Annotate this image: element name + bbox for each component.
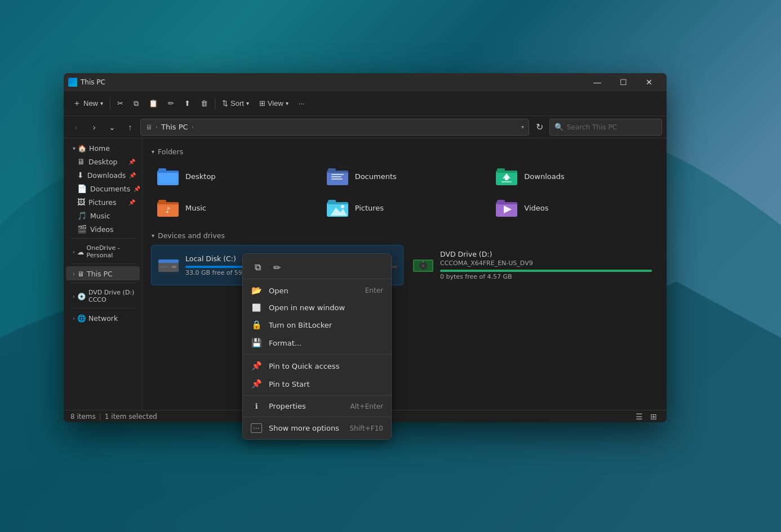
folder-documents-name: Documents (355, 172, 397, 181)
plus-icon: ＋ (73, 98, 81, 109)
trash-icon: 🗑 (201, 99, 208, 108)
sidebar-divider-3 (70, 283, 135, 283)
sort-button[interactable]: ⇅ Sort ▾ (218, 95, 254, 113)
sidebar-onedrive[interactable]: › ☁ OneDrive - Personal (66, 241, 140, 261)
svg-rect-23 (328, 200, 336, 203)
folder-music[interactable]: ♪ Music (152, 193, 319, 222)
folder-music-name: Music (185, 204, 206, 212)
folder-downloads[interactable]: Downloads (490, 162, 658, 191)
up-button[interactable]: ↑ (122, 119, 138, 135)
ctx-rename-button[interactable]: ✏ (268, 258, 286, 276)
address-dropdown-icon[interactable]: ▾ (521, 124, 524, 130)
more-button[interactable]: ··· (294, 95, 309, 113)
sidebar-item-pictures[interactable]: 🖼 Pictures 📌 (66, 195, 140, 209)
svg-rect-8 (331, 174, 344, 175)
status-separator: | (99, 413, 101, 421)
ctx-show-more-shortcut: Shift+F10 (349, 424, 383, 432)
forward-button[interactable]: › (86, 119, 102, 135)
maximize-button[interactable]: ☐ (610, 73, 636, 91)
folder-videos[interactable]: Videos (490, 193, 658, 222)
thispc-icon: 🖥 (77, 270, 85, 278)
onedrive-chevron-icon: › (73, 249, 75, 255)
svg-rect-9 (331, 176, 341, 177)
more-icon: ··· (299, 99, 305, 108)
device-dvd[interactable]: DVD Drive (D:) CCCOMA_X64FRE_EN-US_DV9 0… (406, 245, 658, 285)
home-label: Home (89, 144, 110, 153)
devices-section-header[interactable]: ▾ Devices and drives (152, 231, 658, 240)
sidebar-dvd[interactable]: › 💿 DVD Drive (D:) CCCO (66, 285, 140, 306)
address-folder-icon: 🖥 (145, 123, 152, 131)
main-content: ▾ Folders Desktop (143, 138, 667, 410)
paste-button[interactable]: 📋 (144, 95, 162, 113)
ctx-bitlocker-label: Turn on BitLocker (269, 321, 383, 329)
svg-rect-19 (158, 200, 166, 203)
videos-icon: 🎬 (77, 225, 87, 234)
ctx-open-new-window[interactable]: ⬜ Open in new window (243, 299, 391, 316)
address-bar[interactable]: 🖥 › This PC › ▾ (140, 119, 529, 136)
folders-section-header[interactable]: ▾ Folders (152, 147, 658, 156)
sidebar-network[interactable]: › 🌐 Network (66, 311, 140, 325)
folder-pictures[interactable]: Pictures (321, 193, 489, 222)
svg-rect-31 (158, 260, 179, 263)
network-icon: 🌐 (77, 314, 86, 323)
folders-chevron-icon: ▾ (152, 149, 154, 155)
ctx-format[interactable]: 💾 Format... (243, 334, 391, 352)
share-button[interactable]: ⬆ (180, 95, 195, 113)
ctx-copy-button[interactable]: ⧉ (248, 258, 267, 276)
devices-chevron-icon: ▾ (152, 233, 154, 239)
ctx-bitlocker[interactable]: 🔒 Turn on BitLocker (243, 316, 391, 334)
svg-text:♪: ♪ (166, 205, 171, 214)
copy-button[interactable]: ⧉ (129, 95, 143, 113)
sidebar-divider-1 (70, 238, 135, 239)
folder-desktop[interactable]: Desktop (152, 162, 319, 191)
music-folder-icon: ♪ (157, 198, 180, 218)
ctx-properties-icon: ℹ (251, 402, 262, 410)
pin-icon-documents: 📌 (134, 186, 140, 192)
svg-rect-28 (497, 200, 505, 203)
ctx-open-label: Open (269, 287, 358, 295)
sidebar-item-videos[interactable]: 🎬 Videos (66, 222, 140, 236)
grid-view-button[interactable]: ⊞ (647, 412, 660, 422)
sidebar-item-desktop[interactable]: 🖥 Desktop 📌 (66, 155, 140, 168)
folders-grid: Desktop Documents (152, 162, 658, 222)
sidebar-home[interactable]: ▾ 🏠 Home (66, 141, 140, 155)
search-placeholder: Search This PC (567, 123, 617, 131)
view-button[interactable]: ⊞ View ▾ (255, 95, 293, 113)
sidebar-item-music[interactable]: 🎵 Music (66, 209, 140, 222)
minimize-button[interactable]: — (584, 73, 610, 91)
list-view-button[interactable]: ☰ (633, 412, 645, 422)
ctx-show-more[interactable]: ⋯ Show more options Shift+F10 (243, 419, 391, 437)
refresh-button[interactable]: ↻ (531, 119, 547, 135)
dvd-sub: CCCOMA_X64FRE_EN-US_DV9 (440, 260, 652, 267)
sidebar-thispc[interactable]: › 🖥 This PC (66, 266, 140, 280)
sidebar-desktop-label: Desktop (88, 158, 118, 166)
back-button[interactable]: ‹ (68, 119, 84, 135)
window-title: This PC (81, 78, 584, 86)
ctx-pin-start[interactable]: 📌 Pin to Start (243, 375, 391, 393)
pin-icon-pictures: 📌 (128, 199, 135, 205)
close-button[interactable]: ✕ (636, 73, 662, 91)
ctx-open-new-window-label: Open in new window (269, 303, 383, 312)
ctx-format-icon: 💾 (251, 338, 262, 348)
cut-button[interactable]: ✂ (113, 95, 128, 113)
ctx-properties[interactable]: ℹ Properties Alt+Enter (243, 398, 391, 414)
sidebar-item-downloads[interactable]: ⬇ Downloads 📌 (66, 168, 140, 182)
ctx-pin-quick-access[interactable]: 📌 Pin to Quick access (243, 357, 391, 375)
copy-icon: ⧉ (134, 99, 139, 108)
sort-label: Sort (230, 99, 244, 108)
rename-button[interactable]: ✏ (163, 95, 179, 113)
sidebar-item-documents[interactable]: 📄 Documents 📌 (66, 182, 140, 195)
ctx-new-window-icon: ⬜ (251, 303, 262, 312)
view-chevron-icon: ▾ (286, 100, 289, 106)
sidebar-music-label: Music (90, 212, 110, 220)
delete-button[interactable]: 🗑 (196, 95, 212, 113)
ctx-open[interactable]: 📂 Open Enter (243, 281, 391, 299)
search-bar[interactable]: 🔍 Search This PC (549, 119, 662, 136)
thispc-chevron-icon: › (73, 271, 75, 277)
dvd-progress-fill (440, 270, 652, 272)
downloads-icon: ⬇ (77, 171, 84, 180)
new-button[interactable]: ＋ New ▾ (68, 95, 108, 113)
recent-button[interactable]: ⌄ (104, 119, 120, 135)
folder-documents[interactable]: Documents (321, 162, 489, 191)
ctx-divider-3 (243, 417, 391, 417)
